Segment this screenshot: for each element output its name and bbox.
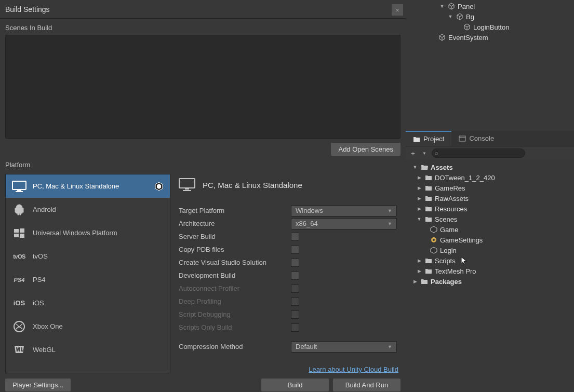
folder-icon <box>424 194 433 202</box>
platform-item-xbox[interactable]: Xbox One <box>6 315 170 338</box>
platform-label: WebGL <box>33 346 56 354</box>
project-folder[interactable]: ▶TextMesh Pro <box>406 266 574 276</box>
architecture-dropdown[interactable]: x86_64▼ <box>291 218 397 229</box>
cursor-icon <box>461 256 467 265</box>
hierarchy-panel: ▼ Panel ▼ Bg LoginButton EventSystem <box>406 0 574 44</box>
platform-item-tvos[interactable]: tvOS tvOS <box>6 245 170 268</box>
cube-icon <box>456 12 464 21</box>
build-and-run-button[interactable]: Build And Run <box>333 379 401 391</box>
svg-rect-8 <box>20 234 24 238</box>
project-folder-scenes[interactable]: ▼Scenes <box>406 214 574 224</box>
build-button[interactable]: Build <box>261 379 329 391</box>
windows-icon <box>12 227 26 239</box>
build-settings-dialog: Build Settings × Scenes In Build Add Ope… <box>0 0 406 392</box>
platform-item-webgl[interactable]: WebGL <box>6 338 170 361</box>
hierarchy-item[interactable]: ▼ Bg <box>406 11 574 22</box>
platform-label: Android <box>33 206 56 213</box>
platform-item-ios[interactable]: iOS iOS <box>6 291 170 315</box>
webgl-icon <box>12 344 26 356</box>
project-scene[interactable]: Game <box>406 224 574 235</box>
tab-project[interactable]: Project <box>406 131 451 146</box>
folder-icon <box>424 184 433 192</box>
project-folder[interactable]: ▶DOTween_1_2_420 <box>406 172 574 183</box>
target-platform-dropdown[interactable]: Windows▼ <box>291 205 397 217</box>
project-folder-packages[interactable]: ▶Packages <box>406 276 574 287</box>
hierarchy-item[interactable]: EventSystem <box>406 32 574 43</box>
close-button[interactable]: × <box>392 4 403 16</box>
collapse-toggle[interactable]: ▼ <box>439 4 445 9</box>
create-vs-label: Create Visual Studio Solution <box>179 259 291 266</box>
svg-rect-5 <box>14 229 19 233</box>
project-folder[interactable]: ▶Resources <box>406 204 574 214</box>
expand-toggle[interactable]: ▶ <box>416 175 422 180</box>
svg-rect-13 <box>459 136 465 141</box>
folder-icon <box>424 267 433 275</box>
dev-build-label: Development Build <box>179 272 291 279</box>
project-search-input[interactable] <box>432 148 525 158</box>
project-folder[interactable]: ▶RawAssets <box>406 193 574 204</box>
platform-item-ps4[interactable]: PS4 PS4 <box>6 268 170 291</box>
project-folder[interactable]: ▶GameRes <box>406 183 574 193</box>
dialog-title: Build Settings <box>5 5 50 13</box>
platform-list: PC, Mac & Linux Standalone Android Unive… <box>5 174 170 373</box>
ios-icon: iOS <box>12 297 26 309</box>
script-debugging-checkbox <box>291 310 299 319</box>
expand-toggle[interactable]: ▶ <box>416 258 422 263</box>
collapse-toggle[interactable]: ▼ <box>412 165 418 170</box>
svg-rect-7 <box>14 234 19 237</box>
scenes-list-box[interactable] <box>5 35 401 139</box>
ps4-icon: PS4 <box>12 274 26 286</box>
collapse-toggle[interactable]: ▼ <box>416 217 422 222</box>
expand-toggle[interactable]: ▶ <box>416 185 422 191</box>
platform-label: tvOS <box>33 252 48 260</box>
expand-toggle[interactable]: ▶ <box>412 279 418 284</box>
script-debugging-label: Script Debugging <box>179 310 291 318</box>
collapse-toggle[interactable]: ▼ <box>447 14 453 19</box>
create-vs-checkbox[interactable] <box>291 259 299 267</box>
unity-logo-icon <box>154 182 164 191</box>
hierarchy-item[interactable]: ▼ Panel <box>406 1 574 11</box>
player-settings-button[interactable]: Player Settings... <box>5 379 71 391</box>
tab-console[interactable]: Console <box>451 131 501 146</box>
platform-detail-title: PC, Mac & Linux Standalone <box>203 181 302 190</box>
compression-dropdown[interactable]: Default▼ <box>291 341 397 353</box>
svg-rect-6 <box>20 228 24 233</box>
project-folder[interactable]: ▶Scripts <box>406 255 574 266</box>
hierarchy-item[interactable]: LoginButton <box>406 22 574 32</box>
architecture-label: Architecture <box>179 220 291 227</box>
plus-icon[interactable]: + <box>409 149 417 157</box>
svg-rect-10 <box>179 179 195 188</box>
project-folder-assets[interactable]: ▼ Assets <box>406 162 574 172</box>
folder-open-icon <box>420 163 429 171</box>
platform-item-android[interactable]: Android <box>6 198 170 221</box>
project-tree: ▼ Assets ▶DOTween_1_2_420 ▶GameRes ▶RawA… <box>406 160 574 289</box>
copy-pdb-checkbox[interactable] <box>291 246 299 254</box>
expand-toggle[interactable]: ▶ <box>416 268 422 274</box>
scripts-only-label: Scripts Only Build <box>179 323 291 331</box>
project-scene[interactable]: Login <box>406 245 574 255</box>
xbox-icon <box>12 320 26 333</box>
chevron-down-icon[interactable]: ▼ <box>420 149 429 157</box>
project-asset[interactable]: GameSettings <box>406 235 574 245</box>
cube-icon <box>438 33 446 42</box>
expand-toggle[interactable]: ▶ <box>416 206 422 211</box>
server-build-label: Server Build <box>179 233 291 240</box>
add-open-scenes-button[interactable]: Add Open Scenes <box>331 143 401 156</box>
platform-item-uwp[interactable]: Universal Windows Platform <box>6 221 170 245</box>
cloud-build-link[interactable]: Learn about Unity Cloud Build <box>309 366 398 373</box>
bottom-tabs: Project Console <box>406 131 574 146</box>
platform-label: Universal Windows Platform <box>33 229 117 237</box>
chevron-down-icon: ▼ <box>388 344 392 349</box>
svg-marker-17 <box>431 247 437 253</box>
dev-build-checkbox[interactable] <box>291 272 299 280</box>
chevron-down-icon: ▼ <box>388 208 392 213</box>
unity-scene-icon <box>430 246 438 254</box>
expand-toggle[interactable]: ▶ <box>416 196 422 201</box>
platform-item-standalone[interactable]: PC, Mac & Linux Standalone <box>6 174 170 198</box>
platform-label: Platform <box>0 156 406 172</box>
platform-label: PC, Mac & Linux Standalone <box>33 182 119 190</box>
tvos-icon: tvOS <box>12 250 26 263</box>
cube-icon <box>463 23 471 31</box>
server-build-checkbox[interactable] <box>291 233 299 241</box>
scripts-only-checkbox <box>291 323 299 332</box>
